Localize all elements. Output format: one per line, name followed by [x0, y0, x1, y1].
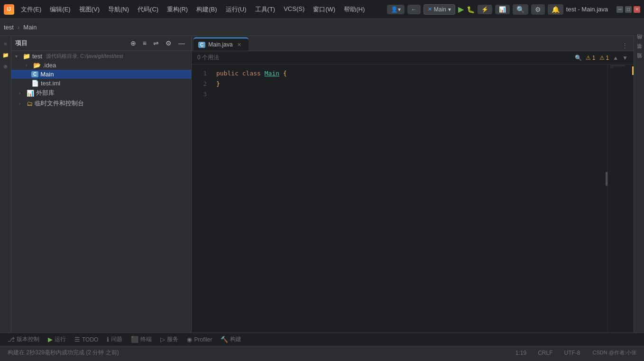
nav-up-icon[interactable]: ▲ [613, 55, 618, 61]
line-numbers: 1 2 3 [192, 65, 211, 333]
code-area[interactable]: 1 2 3 public class Main { } [192, 65, 634, 333]
run-config-selector[interactable]: ✕ Main ▾ [423, 4, 455, 15]
profiler-label: Profiler [194, 336, 212, 343]
menu-bar: 文件(E) 编辑(E) 视图(V) 导航(N) 代码(C) 重构(R) 构建(B… [17, 3, 384, 16]
right-label-structure[interactable]: 结构 [634, 40, 644, 47]
left-strip-icon-3[interactable]: ⊕ [1, 62, 10, 71]
user-account-button[interactable]: 👤▾ [387, 5, 405, 14]
minimize-button[interactable]: ─ [616, 6, 623, 13]
menu-edit[interactable]: 编辑(E) [46, 3, 74, 16]
left-strip: ≡ 📁 ⊕ [0, 36, 11, 333]
java-file-icon: C [31, 71, 38, 77]
maximize-button[interactable]: □ [625, 6, 632, 13]
coverage-button[interactable]: ⚡ [478, 5, 492, 14]
chevron-icon: ▾ [15, 54, 21, 59]
settings-button[interactable]: ⚙ [531, 4, 545, 15]
profiler-button[interactable]: ◉ Profiler [183, 334, 216, 344]
tab-label: Main.java [208, 41, 232, 48]
project-panel-add[interactable]: ⊕ [128, 38, 138, 48]
project-panel-collapse[interactable]: ≡ [140, 38, 149, 48]
window-controls: ─ □ ✕ [616, 6, 640, 13]
main-content: ≡ 📁 ⊕ 项目 ⊕ ≡ ⇌ ⚙ — ▾ 📁 test 源代码根目录, C:/j… [0, 36, 644, 333]
build-button[interactable]: 🔨 构建 [217, 334, 245, 345]
menu-refactor[interactable]: 重构(R) [163, 3, 192, 16]
tree-main-java[interactable]: C Main [11, 70, 191, 79]
window-title: test - Main.java [566, 6, 608, 13]
folder-icon: 📁 [23, 53, 30, 60]
menu-tools[interactable]: 工具(T) [251, 3, 279, 16]
status-bar-right: 1:19 CRLF UTF-8 CSDN @作者:小张 [513, 348, 640, 357]
menu-window[interactable]: 窗口(W) [309, 3, 339, 16]
cursor-position[interactable]: 1:19 [513, 349, 529, 357]
run-tool-icon: ▶ [48, 336, 53, 343]
tab-more-button[interactable]: ⋮ [618, 40, 632, 51]
menu-code[interactable]: 代码(C) [134, 3, 162, 16]
notifications-button[interactable]: 🔔 [548, 4, 563, 15]
menu-run[interactable]: 运行(U) [222, 3, 250, 16]
menu-file[interactable]: 文件(E) [17, 3, 45, 16]
search-everywhere-button[interactable]: 🔍 [513, 4, 528, 15]
debug-button[interactable]: 🐛 [467, 6, 475, 13]
tree-external-libraries[interactable]: › 📊 外部库 [11, 88, 191, 98]
editor-tab-main-java[interactable]: C Main.java ✕ [193, 37, 248, 51]
project-panel-header: 项目 ⊕ ≡ ⇌ ⚙ — [11, 36, 191, 51]
right-label-notifications[interactable]: 通知 [634, 59, 644, 66]
error-triangle-icon: ⚠ [586, 55, 591, 61]
warning-triangle-icon: ⚠ [599, 55, 605, 61]
code-editor[interactable]: public class Main { } [211, 65, 607, 333]
inspection-icon: 🔍 [575, 55, 582, 61]
file-encoding[interactable]: UTF-8 [561, 349, 583, 357]
tab-bar: C Main.java ✕ ⋮ [192, 36, 634, 51]
issues-label: 问题 [111, 335, 122, 343]
tree-external-label: 外部库 [36, 89, 55, 97]
editor-area: C Main.java ✕ ⋮ 0 个用法 🔍 ⚠ 1 ⚠ 1 ▲ ▼ [192, 36, 634, 333]
chevron-icon: › [26, 63, 31, 68]
issues-button[interactable]: ℹ 问题 [103, 334, 126, 345]
second-toolbar: test › Main [0, 19, 644, 36]
vcs-button[interactable]: ⎇ 版本控制 [4, 334, 43, 345]
tab-close-button[interactable]: ✕ [236, 41, 243, 48]
build-label: 构建 [230, 335, 241, 343]
services-button[interactable]: ▷ 服务 [156, 334, 182, 345]
terminal-label: 终端 [140, 335, 152, 343]
tree-root-test[interactable]: ▾ 📁 test 源代码根目录, C:/java/git/test/test [11, 52, 191, 61]
menu-view[interactable]: 视图(V) [75, 3, 103, 16]
project-panel-sync[interactable]: ⇌ [151, 38, 161, 48]
vcs-label: 版本控制 [17, 335, 39, 343]
run-tool-label: 运行 [55, 335, 66, 343]
menu-build[interactable]: 构建(B) [193, 3, 221, 16]
tree-idea-label: .idea [43, 62, 56, 69]
line-number-2: 2 [192, 79, 207, 89]
vcs-icon: ⎇ [8, 336, 15, 343]
chevron-icon: › [19, 91, 25, 96]
breadcrumb-item: Main [23, 24, 37, 31]
menu-help[interactable]: 帮助(H) [340, 3, 368, 16]
project-panel-close[interactable]: — [176, 38, 187, 48]
minimap-line-2 [610, 67, 614, 68]
tree-test-iml[interactable]: 📄 test.iml [11, 79, 191, 88]
run-button[interactable]: ▶ [458, 5, 464, 14]
right-label-bookmarks[interactable]: 书签 [634, 49, 644, 57]
run-tool-button[interactable]: ▶ 运行 [44, 334, 70, 345]
project-tree: ▾ 📁 test 源代码根目录, C:/java/git/test/test ›… [11, 51, 191, 333]
left-strip-icon-1[interactable]: ≡ [1, 39, 10, 48]
back-button[interactable]: ← [407, 5, 421, 14]
line-ending[interactable]: CRLF [535, 349, 555, 357]
external-lib-icon: 📊 [27, 90, 34, 97]
close-button[interactable]: ✕ [634, 6, 640, 13]
tree-temp-files[interactable]: › 🗂 临时文件和控制台 [11, 98, 191, 109]
project-panel-settings[interactable]: ⚙ [163, 38, 174, 48]
profile-button[interactable]: 📊 [495, 5, 510, 14]
left-strip-icon-2[interactable]: 📁 [1, 50, 10, 60]
terminal-button[interactable]: ⬛ 终端 [127, 334, 156, 345]
minimap [607, 65, 634, 333]
menu-navigate[interactable]: 导航(N) [104, 3, 133, 16]
line-number-1: 1 [192, 68, 207, 79]
tree-main-label: Main [40, 71, 54, 78]
tree-idea-folder[interactable]: › 📂 .idea [11, 61, 191, 70]
scrollbar-thumb[interactable] [606, 172, 607, 186]
todo-label: TODO [82, 336, 98, 343]
nav-down-icon[interactable]: ▼ [622, 55, 628, 61]
menu-vcs[interactable]: VCS(S) [280, 3, 308, 16]
todo-button[interactable]: ☰ TODO [71, 334, 102, 344]
